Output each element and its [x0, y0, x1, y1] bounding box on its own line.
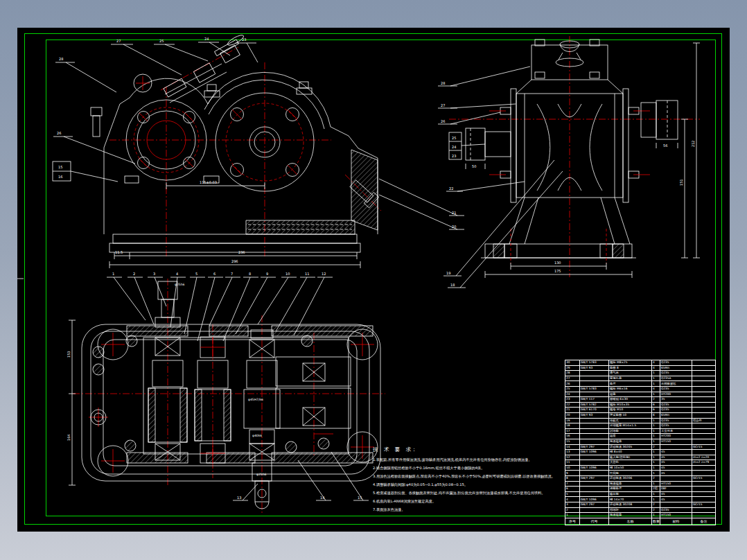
- balloon-label: 13: [237, 496, 241, 500]
- tech-notes-title: 技 术 要 求:: [373, 446, 581, 453]
- balloon-label: 22: [449, 186, 453, 191]
- tech-note-line: 6.机座内装L-AN68润滑油至规定高度。: [373, 497, 581, 505]
- bom-row: 25GB/T 5783螺栓 M6×164Q235: [565, 386, 716, 392]
- bom-row: 24箱盖1HT200: [565, 392, 716, 397]
- balloon-label: 28: [59, 57, 63, 61]
- dim-left-offset: 11.5: [115, 250, 123, 254]
- bom-row: 7轴承端盖1HT150: [565, 481, 716, 487]
- drawing-canvas: 115±0.03 11.5 236 296 27 25 24: [17, 28, 730, 532]
- bom-row: 14GB/T 297滚动轴承 302052GCr15: [565, 444, 716, 450]
- bom-row: 22GB/T 5782螺栓 M10×356Q235: [565, 402, 716, 408]
- balloon-label: 6: [213, 272, 216, 276]
- dim-center-distance: 115±0.03: [200, 180, 217, 184]
- balloon-label: 2: [133, 272, 135, 276]
- balloon-label: 26: [57, 131, 61, 135]
- dim-phi-out: φ40k6: [252, 434, 262, 437]
- bom-row: 21GB/T 6170螺母 M106Q235: [565, 408, 716, 413]
- side-view: 50 56 130 175: [379, 36, 700, 288]
- bom-table: 30GB/T 5783螺栓 M8×254Q23529GB/T 93垫圈 8465…: [565, 360, 715, 518]
- bom-row: 30GB/T 5783螺栓 M8×254Q235: [565, 360, 716, 366]
- dim-shaft-left: 50: [472, 164, 476, 168]
- bom-row: 26垫片1石棉橡胶纸: [565, 381, 716, 387]
- bom-row: 20GB/T 93弹簧垫圈 10665Mn: [565, 412, 716, 418]
- balloon-label: 7: [231, 272, 233, 276]
- bom-row: 11大齿轮145m=2 z=79: [565, 460, 716, 466]
- balloon-label: 24: [452, 145, 456, 149]
- dim-inner-width: 236: [238, 250, 245, 254]
- dim-half-width-bottom: 164: [67, 434, 71, 441]
- balloon-label: 25: [159, 39, 164, 43]
- cad-viewport: 115±0.03 11.5 236 296 27 25 24: [0, 0, 747, 560]
- bom-row: 15轴承端盖1HT150: [565, 439, 716, 444]
- bom-row: 16箱座1HT200: [565, 434, 716, 439]
- tech-notes-lines: 1.装配前,所有零件用煤油清洗,滚动轴承用汽油清洗,机体内不允许有任何杂物存在,…: [373, 455, 581, 514]
- balloon-label: 23: [242, 37, 246, 42]
- dim-body-height: 151: [679, 179, 683, 186]
- balloon-label: 12: [322, 272, 326, 276]
- bom-row: 4GB/T 1096键 14×70145: [565, 497, 716, 502]
- bom-row: 18放油螺塞 M14×1.51Q235: [565, 423, 716, 429]
- dim-shaft-right: 56: [663, 143, 667, 148]
- tech-note-line: 2.啮合侧隙用铅丝检验不小于0.16mm,铅丝不得大于最小侧隙的4倍。: [373, 464, 581, 472]
- balloon-label: 26: [441, 119, 445, 123]
- dim-total-width: 296: [231, 259, 238, 263]
- tech-note-line: 3.用涂色法检验齿面接触斑点,按齿高不小于40%,按齿长不小于50%,必要时可研…: [373, 472, 581, 480]
- dim-half-width-top: 153: [67, 351, 71, 358]
- bom-row: 27窥视孔盖1Q235A: [565, 376, 716, 381]
- dim-total-height: 212: [691, 140, 695, 147]
- balloon-label: 18: [450, 283, 455, 287]
- bom-header-row: 序号代号名称数量材料备注: [565, 518, 716, 525]
- balloon-label: 27: [116, 39, 121, 43]
- dim-phi-mid: φ45H7/k6: [248, 398, 263, 401]
- balloon-label: 20: [452, 225, 456, 229]
- balloon-label: 14: [320, 496, 324, 500]
- dim-bolt-span: 130: [554, 261, 561, 265]
- tech-note-line: 4.调整轴承轴向间隙:φ40为0.05~0.1,φ55为0.08~0.15。: [373, 480, 581, 489]
- dim-phi-bottom: φ25h6: [256, 473, 267, 476]
- bom-row: 17封油垫1工业用革: [565, 428, 716, 434]
- balloon-label: 1: [112, 272, 114, 276]
- balloon-label: 24: [204, 37, 209, 41]
- balloon-label: 3: [153, 272, 155, 276]
- technical-requirements: 技 术 要 求: 1.装配前,所有零件用煤油清洗,滚动轴承用汽油清洗,机体内不允…: [373, 446, 581, 514]
- bom-row: 10GB/T 1096键 10×50145: [565, 465, 716, 471]
- balloon-label: 25: [452, 136, 456, 140]
- bom-row: 23GB/T 117圆锥销 6×30235: [565, 397, 716, 403]
- balloon-label: 10: [285, 272, 290, 276]
- bom-row: 9中间轴145: [565, 471, 716, 476]
- bom-table-body: 30GB/T 5783螺栓 M8×254Q23529GB/T 93垫圈 8465…: [565, 360, 716, 525]
- front-view: 115±0.03 11.5 236 296 27 25 24: [17, 33, 381, 279]
- balloon-label: 21: [452, 211, 456, 215]
- balloon-label: 19: [446, 271, 450, 275]
- bom-row: 2挡油环2Q235: [565, 507, 716, 513]
- bom-row: 5输出轴145: [565, 491, 716, 497]
- balloon-label: 4: [176, 272, 178, 276]
- balloon-label: 8: [249, 272, 251, 276]
- balloon-label: 11: [305, 272, 309, 276]
- balloon-label: 15: [58, 165, 62, 169]
- bom-row: 28通气器1Q235: [565, 371, 716, 376]
- tech-note-line: 5.检查减速器剖分面、各接触面及密封处,均不许漏油,剖分面允许涂密封油漆或水玻璃…: [373, 489, 581, 497]
- top-view: 153 164 φ25h6 φ45H7/k6 φ40k6 φ25h6: [67, 272, 385, 513]
- balloon-label: 9: [266, 272, 268, 276]
- bom-row: 3GB/T 297滚动轴承 302082GCr15: [565, 502, 716, 508]
- bom-row: 6调整垫片2组08F: [565, 487, 716, 492]
- bom-row: 12输入轴(齿轮轴)145m=2 z=20: [565, 455, 716, 460]
- balloon-label: 23: [452, 154, 456, 158]
- bom-row: 13GB/T 1096键 8×40145: [565, 450, 716, 455]
- balloon-label: 5: [195, 272, 197, 276]
- bom-row: 8GB/T 297滚动轴承 302062GCr15: [565, 476, 716, 482]
- balloon-label: 28: [441, 81, 445, 85]
- balloon-label: 15: [358, 496, 362, 500]
- dim-base-width: 175: [554, 269, 561, 273]
- bom-row: 1轴承端盖1HT150: [565, 513, 716, 518]
- tech-note-line: 7.表面涂灰色油漆。: [373, 505, 581, 514]
- bom-row: 29GB/T 93垫圈 8465Mn: [565, 365, 716, 371]
- balloon-label: 16: [58, 175, 62, 179]
- balloon-label: 27: [441, 103, 445, 107]
- bom-row: 19油标尺1Q235组合件: [565, 418, 716, 423]
- tech-note-line: 1.装配前,所有零件用煤油清洗,滚动轴承用汽油清洗,机体内不允许有任何杂物存在,…: [373, 455, 581, 464]
